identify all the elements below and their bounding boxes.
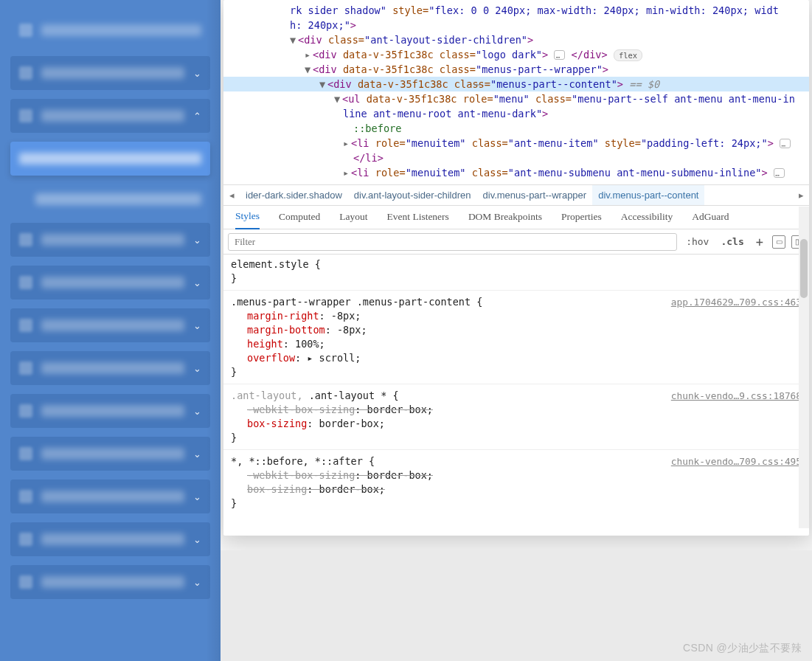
tab-dom-breakpoints[interactable]: DOM Breakpoints <box>468 205 542 229</box>
sidebar-item-label <box>41 448 184 460</box>
sidebar-item[interactable]: ⌄ <box>10 56 210 90</box>
dom-node[interactable]: ▸<li role="menuitem" class="ant-menu-sub… <box>223 165 809 180</box>
chevron-down-icon: ⌄ <box>193 406 201 417</box>
flex-badge[interactable]: flex <box>614 49 642 61</box>
scrollbar[interactable] <box>799 207 809 528</box>
chevron-up-icon: ⌃ <box>193 111 201 122</box>
css-rule[interactable]: chunk-vendo…9.css:18768 .ant-layout, .an… <box>231 389 802 445</box>
dom-node[interactable]: ▸<div data-v-35f1c38c class="logo dark">… <box>223 47 809 62</box>
hov-button[interactable]: :hov <box>683 233 712 251</box>
dom-pseudo[interactable]: ::before <box>223 121 809 136</box>
sidebar-item[interactable]: ⌄ <box>10 437 210 471</box>
cls-button[interactable]: .cls <box>718 233 746 251</box>
source-link[interactable]: chunk-vendo…709.css:495 <box>671 454 802 468</box>
tab-adguard[interactable]: AdGuard <box>692 205 729 229</box>
caret-open-icon: ▼ <box>290 32 298 47</box>
file-icon <box>19 66 32 80</box>
sidebar-item-label <box>41 405 184 417</box>
caret-closed-icon: ▸ <box>343 136 351 150</box>
dom-node[interactable]: ▸<li role="menuitem" class="ant-menu-ite… <box>223 136 809 150</box>
sidebar-item-label <box>41 24 201 36</box>
dom-node[interactable]: ▼<ul data-v-35f1c38c role="menu" class="… <box>223 91 809 106</box>
sidebar-item-label <box>41 67 184 79</box>
generic-icon <box>19 276 32 289</box>
chevron-down-icon: ⌄ <box>193 68 201 79</box>
styles-tabs: Styles Computed Layout Event Listeners D… <box>223 206 809 229</box>
sidebar-item[interactable]: ⌃ <box>10 99 210 133</box>
caret-closed-icon: ▸ <box>343 165 351 180</box>
chevron-down-icon: ⌄ <box>193 449 201 460</box>
elements-panel[interactable]: rk sider shadow" style="flex: 0 0 240px;… <box>223 0 809 184</box>
generic-icon <box>19 404 32 418</box>
dom-node[interactable]: </li> <box>223 150 809 165</box>
sidebar-item-selected[interactable] <box>10 142 210 176</box>
rule-close: } <box>231 431 802 445</box>
tab-styles[interactable]: Styles <box>235 204 260 229</box>
css-rule[interactable]: element.style { } <box>231 257 802 285</box>
rule-close: } <box>231 365 802 379</box>
dom-node[interactable]: line ant-menu-root ant-menu-dark"> <box>223 106 809 121</box>
sidebar-item[interactable]: ⌄ <box>10 394 210 428</box>
crumb[interactable]: ider-dark.sider.shadow <box>240 185 348 205</box>
chevron-down-icon: ⌄ <box>193 577 201 588</box>
rule-close: } <box>231 496 802 511</box>
source-link[interactable]: app.1704629…709.css:463 <box>671 295 802 309</box>
ellipsis-icon[interactable] <box>774 168 785 178</box>
dom-node[interactable]: rk sider shadow" style="flex: 0 0 240px;… <box>223 3 809 18</box>
computed-toggle-icon[interactable]: ▭ <box>772 235 785 249</box>
css-rule[interactable]: app.1704629…709.css:463 .menus-part--wra… <box>231 295 802 379</box>
generic-icon <box>19 447 32 460</box>
tab-event-listeners[interactable]: Event Listeners <box>387 205 449 229</box>
sidebar-item[interactable]: ⌄ <box>10 522 210 556</box>
sidebar-item[interactable]: ⌄ <box>10 308 210 342</box>
selector[interactable]: element.style { <box>231 257 802 271</box>
generic-icon <box>19 533 32 546</box>
chevron-down-icon: ⌄ <box>193 534 201 545</box>
crumb[interactable]: div.ant-layout-sider-children <box>348 185 477 205</box>
tab-layout[interactable]: Layout <box>339 205 367 229</box>
filter-input[interactable] <box>228 233 677 251</box>
devtools: rk sider shadow" style="flex: 0 0 240px;… <box>221 0 812 661</box>
sidebar-item-label <box>41 110 184 122</box>
sidebar: ⌄ ⌃ ⌄ ⌄ ⌄ ⌄ ⌄ ⌄ ⌄ ⌄ ⌄ <box>0 0 221 661</box>
sidebar-item-label <box>41 491 184 502</box>
new-rule-button[interactable]: + <box>753 233 766 251</box>
sidebar-item[interactable]: ⌄ <box>10 223 210 257</box>
tab-computed[interactable]: Computed <box>279 205 320 229</box>
sidebar-item-label <box>41 319 184 331</box>
sidebar-item[interactable]: ⌄ <box>10 266 210 300</box>
generic-icon <box>19 233 32 246</box>
css-rule[interactable]: chunk-vendo…709.css:495 *, *::before, *:… <box>231 454 802 511</box>
chevron-down-icon: ⌄ <box>193 491 201 502</box>
sidebar-item[interactable] <box>10 13 210 47</box>
sidebar-item-label <box>41 234 184 246</box>
sidebar-item[interactable]: ⌄ <box>10 351 210 385</box>
dom-node[interactable]: ▼<div class="ant-layout-sider-children"> <box>223 32 809 47</box>
dom-node[interactable]: ▼<div data-v-35f1c38c class="menus-part-… <box>223 62 809 77</box>
sidebar-subitem[interactable] <box>27 184 210 214</box>
styles-panel[interactable]: element.style { } app.1704629…709.css:46… <box>223 255 809 522</box>
generic-icon <box>19 575 32 589</box>
crumb-active[interactable]: div.menus-part--content <box>592 185 704 205</box>
tab-accessibility[interactable]: Accessibility <box>621 205 673 229</box>
chevron-down-icon: ⌄ <box>193 235 201 246</box>
sidebar-item[interactable]: ⌄ <box>10 565 210 599</box>
caret-open-icon: ▼ <box>305 62 313 77</box>
sidebar-item-label <box>35 193 201 205</box>
sidebar-item-label <box>41 277 184 288</box>
crumb[interactable]: div.menus-part--wrapper <box>477 185 593 205</box>
ellipsis-icon[interactable] <box>780 139 791 148</box>
dom-node[interactable]: h: 240px;"> <box>223 18 809 32</box>
scrollbar-thumb[interactable] <box>800 239 808 298</box>
tab-properties[interactable]: Properties <box>561 205 602 229</box>
crumb-scroll-left[interactable]: ◂ <box>223 188 240 203</box>
dom-node-selected[interactable]: ▼<div data-v-35f1c38c class="menus-part-… <box>223 77 809 91</box>
source-link[interactable]: chunk-vendo…9.css:18768 <box>671 389 802 403</box>
chevron-down-icon: ⌄ <box>193 363 201 374</box>
ellipsis-icon[interactable] <box>554 50 565 60</box>
crumb-scroll-right[interactable]: ▸ <box>793 188 809 203</box>
rule-close: } <box>231 271 802 285</box>
sidebar-item[interactable]: ⌄ <box>10 480 210 513</box>
breadcrumbs: ◂ ider-dark.sider.shadow div.ant-layout-… <box>223 184 809 206</box>
generic-icon <box>19 490 32 503</box>
